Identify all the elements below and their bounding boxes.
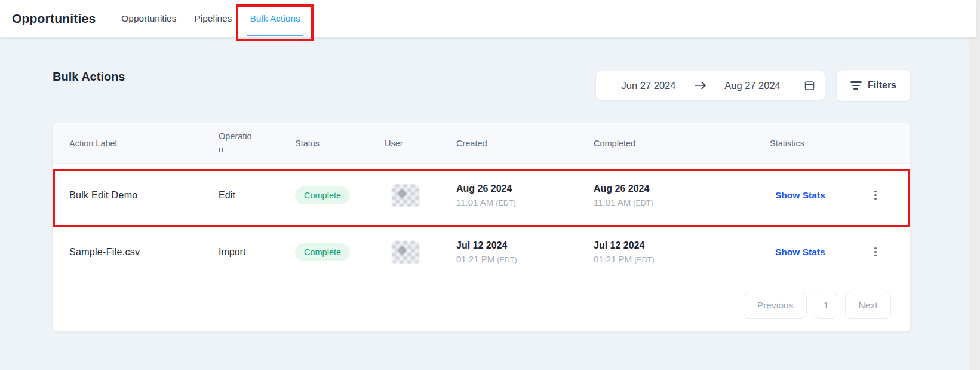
filter-icon — [850, 81, 862, 90]
column-header-operation: Operation — [219, 130, 295, 157]
table-row: Sample-File.csv Import Complete Jul 12 2… — [53, 227, 910, 277]
created-date: Aug 26 2024 — [456, 184, 594, 194]
table-row: Bulk Edit Demo Edit Complete Aug 26 2024… — [53, 164, 910, 227]
column-header-completed: Completed — [594, 139, 770, 148]
completed-date: Jul 12 2024 — [594, 240, 770, 251]
avatar — [392, 241, 419, 264]
completed-cell: Aug 26 2024 11:01 AM (EDT) — [594, 184, 770, 207]
completed-timezone: (EDT) — [633, 199, 653, 207]
page-title: Bulk Actions — [53, 70, 125, 84]
created-time: 11:01 AM — [456, 197, 493, 207]
tab-bulk-actions[interactable]: Bulk Actions — [241, 0, 309, 37]
row-menu-kebab-icon[interactable] — [870, 188, 881, 203]
action-label-cell: Bulk Edit Demo — [69, 190, 219, 201]
status-cell: Complete — [295, 243, 385, 261]
filters-button[interactable]: Filters — [836, 69, 911, 102]
bulk-actions-table-card: Action Label Operation Status User Creat… — [52, 123, 911, 332]
operation-cell: Edit — [219, 190, 295, 201]
completed-timezone: (EDT) — [634, 256, 654, 264]
created-date: Jul 12 2024 — [456, 240, 594, 251]
tab-pipelines[interactable]: Pipelines — [185, 0, 241, 37]
completed-date: Aug 26 2024 — [594, 184, 770, 194]
tab-bulk-actions-label: Bulk Actions — [250, 13, 300, 24]
calendar-icon[interactable] — [804, 80, 815, 91]
show-stats-link[interactable]: Show Stats — [775, 190, 825, 200]
column-header-status: Status — [295, 139, 385, 148]
scrollbar-track[interactable] — [969, 0, 980, 370]
user-cell — [385, 241, 456, 264]
created-time: 01:21 PM — [456, 254, 494, 264]
column-header-created: Created — [456, 139, 594, 148]
avatar — [392, 184, 419, 207]
table-header-row: Action Label Operation Status User Creat… — [53, 123, 910, 164]
column-header-action-label: Action Label — [69, 139, 219, 148]
filters-button-label: Filters — [868, 80, 896, 91]
previous-page-button[interactable]: Previous — [744, 292, 807, 319]
date-range-picker[interactable]: Jun 27 2024 Aug 27 2024 — [595, 71, 825, 100]
action-label-cell: Sample-File.csv — [69, 247, 219, 258]
created-cell: Jul 12 2024 01:21 PM (EDT) — [456, 240, 594, 264]
operation-cell: Import — [219, 247, 295, 258]
date-to-input[interactable]: Aug 27 2024 — [709, 80, 795, 91]
tab-bar: Opportunities Pipelines Bulk Actions — [112, 0, 309, 37]
top-navigation-bar: Opportunities Opportunities Pipelines Bu… — [0, 0, 976, 37]
status-badge: Complete — [295, 186, 350, 204]
statistics-cell: Show Stats — [770, 190, 859, 201]
column-header-statistics: Statistics — [770, 139, 859, 148]
date-from-input[interactable]: Jun 27 2024 — [606, 80, 692, 91]
page-number-button[interactable]: 1 — [815, 292, 837, 319]
created-cell: Aug 26 2024 11:01 AM (EDT) — [456, 184, 594, 207]
app-title: Opportunities — [12, 11, 96, 26]
user-cell — [385, 184, 456, 207]
statistics-cell: Show Stats — [770, 247, 859, 258]
status-cell: Complete — [295, 186, 385, 204]
show-stats-link[interactable]: Show Stats — [775, 247, 825, 257]
created-timezone: (EDT) — [497, 256, 517, 264]
column-header-user: User — [385, 139, 456, 148]
arrow-right-icon — [692, 81, 709, 90]
pagination: Previous 1 Next — [53, 277, 910, 319]
tab-pipelines-label: Pipelines — [194, 13, 232, 24]
tab-opportunities-label: Opportunities — [121, 13, 176, 24]
tab-opportunities[interactable]: Opportunities — [112, 0, 185, 37]
created-timezone: (EDT) — [496, 199, 515, 207]
completed-time: 01:21 PM — [594, 254, 632, 264]
status-badge: Complete — [295, 243, 350, 261]
completed-time: 11:01 AM — [594, 197, 631, 207]
next-page-button[interactable]: Next — [845, 292, 891, 319]
completed-cell: Jul 12 2024 01:21 PM (EDT) — [594, 240, 770, 264]
row-menu-kebab-icon[interactable] — [870, 244, 881, 260]
